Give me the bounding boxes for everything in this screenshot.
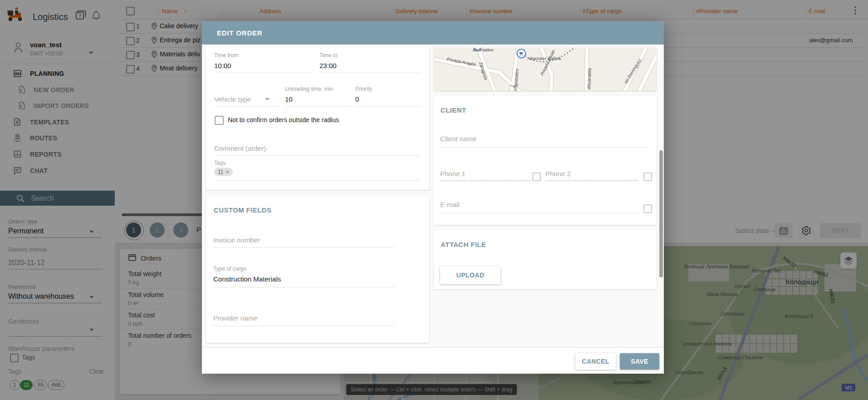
app-root: Name ↑ Address Delivery interval #Invoic… [0, 0, 868, 400]
chip-remove-icon[interactable]: × [226, 168, 229, 175]
modal-map-label: Ahuacatitla [586, 68, 592, 90]
store-marker-icon [517, 49, 526, 58]
client-email-checkbox[interactable] [643, 204, 652, 213]
upload-button[interactable]: UPLOAD [440, 266, 500, 284]
client-title: CLIENT [441, 106, 466, 114]
client-email-input[interactable]: E-mail [440, 201, 460, 208]
modal-tag-chip[interactable]: 11 × [214, 168, 233, 176]
provider-name-input[interactable]: Provider name [213, 314, 258, 322]
phone2-checkbox[interactable] [643, 173, 652, 181]
priority-label: Priority [355, 86, 372, 92]
attach-file-card: ATTACH FILE UPLOAD [434, 230, 657, 289]
time-to-label: Time to [319, 52, 338, 59]
priority-input[interactable]: 0 [355, 95, 359, 103]
modal-tags-label: Tags [214, 160, 226, 166]
order-params-card: Time from 10:00 Time to 23:00 Unloading … [206, 48, 429, 190]
time-from-label: Time from [214, 52, 239, 59]
radius-checkbox[interactable] [215, 116, 224, 125]
radius-checkbox-label: Not to confirm orders outside the radius [228, 116, 339, 123]
save-button[interactable]: SAVE [620, 353, 659, 370]
modal-scrollbar[interactable] [659, 150, 663, 277]
modal-tag-chip-value: 11 [218, 169, 223, 175]
type-of-cargo-input[interactable]: Construction Materials [213, 275, 281, 283]
type-of-cargo-label: Type of cargo [213, 266, 246, 272]
client-card: CLIENT Client name Phone 1 Phone 2 E-mai… [434, 96, 657, 225]
time-to-input[interactable]: 23:00 [319, 62, 337, 69]
attach-file-title: ATTACH FILE [441, 241, 486, 248]
comment-input[interactable]: Comment (order) [214, 144, 266, 152]
phone1-checkbox[interactable] [532, 173, 541, 181]
vehicle-type-select[interactable]: Vehicle type [214, 95, 251, 103]
unloading-time-label: Unloading time, min [285, 86, 333, 92]
modal-title: EDIT ORDER [217, 29, 263, 37]
modal-header: EDIT ORDER [202, 21, 664, 44]
unloading-time-input[interactable]: 10 [285, 95, 293, 103]
modal-map-label: Abarrotes Galicia [527, 56, 561, 61]
invoice-number-input[interactable]: Invoice number [213, 236, 260, 244]
time-from-input[interactable]: 10:00 [214, 62, 231, 69]
modal-footer: CANCEL SAVE [202, 347, 664, 374]
edit-order-modal: EDIT ORDER Time from 10:00 Time to 23:00… [202, 21, 664, 373]
custom-fields-card: CUSTOM FIELDS Invoice number Type of car… [206, 196, 429, 343]
cancel-button[interactable]: CANCEL [575, 353, 616, 370]
phone2-input[interactable]: Phone 2 [545, 170, 571, 178]
modal-body: Time from 10:00 Time to 23:00 Unloading … [202, 44, 664, 347]
client-name-input[interactable]: Client name [440, 135, 476, 143]
phone1-input[interactable]: Phone 1 [440, 170, 466, 178]
modal-map-label: Bich-tattoo [473, 48, 493, 52]
order-location-map[interactable]: Bich-tattoo Abarrotes Galicia Privada Ar… [434, 48, 657, 91]
vehicle-type-caret-icon[interactable] [265, 98, 270, 100]
custom-fields-title: CUSTOM FIELDS [214, 206, 271, 214]
